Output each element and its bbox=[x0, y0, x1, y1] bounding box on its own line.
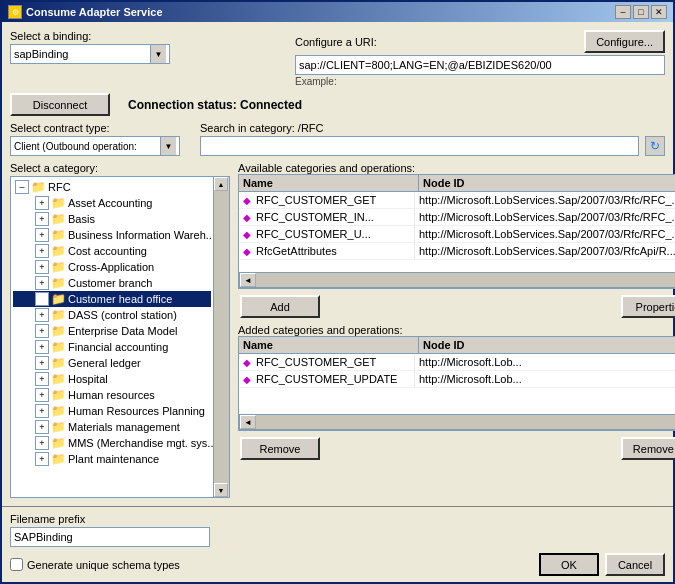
search-row: ↻ bbox=[200, 136, 665, 156]
schema-checkbox[interactable] bbox=[10, 558, 23, 571]
avail-cell-name-0: ◆ RFC_CUSTOMER_GET bbox=[239, 192, 415, 208]
tree-expand-plant[interactable]: + bbox=[35, 452, 49, 466]
diamond-icon-2: ◆ bbox=[243, 229, 251, 240]
tree-item-basis[interactable]: + 📁 Basis bbox=[13, 211, 211, 227]
tree-expand-matmgmt[interactable]: + bbox=[35, 420, 49, 434]
tree-item-custhead[interactable]: + 📁 Customer head office bbox=[13, 291, 211, 307]
added-col-nodeid: Node ID bbox=[419, 337, 675, 353]
avail-h-scrollbar[interactable]: ◄ ► bbox=[239, 272, 675, 288]
search-input[interactable] bbox=[200, 136, 639, 156]
binding-dropdown[interactable]: sapBinding ▼ bbox=[10, 44, 170, 64]
ok-button[interactable]: OK bbox=[539, 553, 599, 576]
added-h-scrollbar[interactable]: ◄ ► bbox=[239, 414, 675, 430]
maximize-button[interactable]: □ bbox=[633, 5, 649, 19]
tree-expand-asset[interactable]: + bbox=[35, 196, 49, 210]
tree-expand-gl[interactable]: + bbox=[35, 356, 49, 370]
disconnect-button[interactable]: Disconnect bbox=[10, 93, 110, 116]
avail-row-0[interactable]: ◆ RFC_CUSTOMER_GET http://Microsoft.LobS… bbox=[239, 192, 675, 209]
tree-scroll-up[interactable]: ▲ bbox=[214, 177, 228, 191]
tree-scroll-down[interactable]: ▼ bbox=[214, 483, 228, 497]
tree-item-cost[interactable]: + 📁 Cost accounting bbox=[13, 243, 211, 259]
tree-root-rfc[interactable]: – 📁 RFC bbox=[13, 179, 211, 195]
remove-button[interactable]: Remove bbox=[240, 437, 320, 460]
folder-icon-matmgmt: 📁 bbox=[51, 420, 66, 434]
tree-expand-mms[interactable]: + bbox=[35, 436, 49, 450]
tree-expand-basis[interactable]: + bbox=[35, 212, 49, 226]
tree-item-mms[interactable]: + 📁 MMS (Merchandise mgt. sys... bbox=[13, 435, 211, 451]
avail-row-3[interactable]: ◆ RfcGetAttributes http://Microsoft.LobS… bbox=[239, 243, 675, 260]
folder-icon-custhead: 📁 bbox=[51, 292, 66, 306]
tree-expand-hr[interactable]: + bbox=[35, 388, 49, 402]
tree-item-gl[interactable]: + 📁 General ledger bbox=[13, 355, 211, 371]
tree-expand-biw[interactable]: + bbox=[35, 228, 49, 242]
folder-icon-mms: 📁 bbox=[51, 436, 66, 450]
tree-expand-hrp[interactable]: + bbox=[35, 404, 49, 418]
tree-expand-edm[interactable]: + bbox=[35, 324, 49, 338]
added-table-header: Name Node ID bbox=[239, 337, 675, 354]
tree-item-finacc[interactable]: + 📁 Financial accounting bbox=[13, 339, 211, 355]
tree-item-asset[interactable]: + 📁 Asset Accounting bbox=[13, 195, 211, 211]
top-config-section: Select a binding: sapBinding ▼ Configure… bbox=[10, 30, 665, 87]
schema-label: Generate unique schema types bbox=[27, 559, 180, 571]
remove-all-button[interactable]: Remove All bbox=[621, 437, 675, 460]
contract-type-label: Select contract type: bbox=[10, 122, 110, 134]
add-button[interactable]: Add bbox=[240, 295, 320, 318]
added-table-body: ◆ RFC_CUSTOMER_GET http://Microsoft.Lob.… bbox=[239, 354, 675, 414]
tree-item-custbranch[interactable]: + 📁 Customer branch bbox=[13, 275, 211, 291]
tree-item-hospital[interactable]: + 📁 Hospital bbox=[13, 371, 211, 387]
avail-cell-nodeid-0: http://Microsoft.LobServices.Sap/2007/03… bbox=[415, 192, 675, 208]
tree-expand-custhead[interactable]: + bbox=[35, 292, 49, 306]
added-diamond-1: ◆ bbox=[243, 374, 251, 385]
added-row-0[interactable]: ◆ RFC_CUSTOMER_GET http://Microsoft.Lob.… bbox=[239, 354, 675, 371]
tree-item-matmgmt[interactable]: + 📁 Materials management bbox=[13, 419, 211, 435]
available-table-header: Name Node ID bbox=[239, 175, 675, 192]
configure-button[interactable]: Configure... bbox=[584, 30, 665, 53]
contract-type-section: Select contract type: Client (Outbound o… bbox=[10, 122, 180, 156]
properties-button[interactable]: Properties bbox=[621, 295, 675, 318]
title-buttons: – □ ✕ bbox=[615, 5, 667, 19]
avail-row-2[interactable]: ◆ RFC_CUSTOMER_U... http://Microsoft.Lob… bbox=[239, 226, 675, 243]
tree-vertical-scrollbar[interactable]: ▲ ▼ bbox=[213, 177, 229, 497]
tree-expand-custbranch[interactable]: + bbox=[35, 276, 49, 290]
left-panel: Select a category: – 📁 RFC bbox=[10, 162, 230, 498]
minimize-button[interactable]: – bbox=[615, 5, 631, 19]
added-table: Name Node ID ◆ RFC_CUSTOMER_G bbox=[238, 336, 675, 431]
tree-expand-rfc[interactable]: – bbox=[15, 180, 29, 194]
tree-item-biw[interactable]: + 📁 Business Information Wareh... bbox=[13, 227, 211, 243]
tree-expand-hospital[interactable]: + bbox=[35, 372, 49, 386]
avail-scroll-left[interactable]: ◄ bbox=[240, 273, 256, 287]
filename-input[interactable] bbox=[10, 527, 210, 547]
binding-dropdown-arrow: ▼ bbox=[150, 45, 166, 63]
tree-h-scrollbar[interactable]: ◄ ► bbox=[11, 497, 229, 498]
tree-expand-finacc[interactable]: + bbox=[35, 340, 49, 354]
connection-status: Connection status: Connected bbox=[128, 98, 302, 112]
folder-icon-plant: 📁 bbox=[51, 452, 66, 466]
avail-row-1[interactable]: ◆ RFC_CUSTOMER_IN... http://Microsoft.Lo… bbox=[239, 209, 675, 226]
tree-expand-dass[interactable]: + bbox=[35, 308, 49, 322]
tree-scroll-area[interactable]: – 📁 RFC + 📁 Asset Accounting bbox=[11, 177, 213, 497]
added-cell-nodeid-0: http://Microsoft.Lob... bbox=[415, 354, 675, 370]
close-button[interactable]: ✕ bbox=[651, 5, 667, 19]
added-row-1[interactable]: ◆ RFC_CUSTOMER_UPDATE http://Microsoft.L… bbox=[239, 371, 675, 388]
uri-input[interactable] bbox=[295, 55, 665, 75]
avail-cell-name-2: ◆ RFC_CUSTOMER_U... bbox=[239, 226, 415, 242]
disconnect-row: Disconnect Connection status: Connected bbox=[10, 93, 665, 116]
tree-item-hr[interactable]: + 📁 Human resources bbox=[13, 387, 211, 403]
added-scroll-left[interactable]: ◄ bbox=[240, 415, 256, 429]
tree-item-edm[interactable]: + 📁 Enterprise Data Model bbox=[13, 323, 211, 339]
folder-icon-basis: 📁 bbox=[51, 212, 66, 226]
tree-item-plant[interactable]: + 📁 Plant maintenance bbox=[13, 451, 211, 467]
folder-icon-dass: 📁 bbox=[51, 308, 66, 322]
tree-item-hrp[interactable]: + 📁 Human Resources Planning bbox=[13, 403, 211, 419]
folder-icon-edm: 📁 bbox=[51, 324, 66, 338]
tree-item-cross[interactable]: + 📁 Cross-Application bbox=[13, 259, 211, 275]
tree-expand-cross[interactable]: + bbox=[35, 260, 49, 274]
tree-expand-cost[interactable]: + bbox=[35, 244, 49, 258]
filename-section: Filename prefix bbox=[10, 513, 665, 547]
refresh-button[interactable]: ↻ bbox=[645, 136, 665, 156]
cancel-button[interactable]: Cancel bbox=[605, 553, 665, 576]
contract-dropdown[interactable]: Client (Outbound operation: ▼ bbox=[10, 136, 180, 156]
uri-label: Configure a URI: bbox=[295, 36, 377, 48]
tree-item-dass[interactable]: + 📁 DASS (control station) bbox=[13, 307, 211, 323]
avail-h-track bbox=[256, 273, 675, 287]
